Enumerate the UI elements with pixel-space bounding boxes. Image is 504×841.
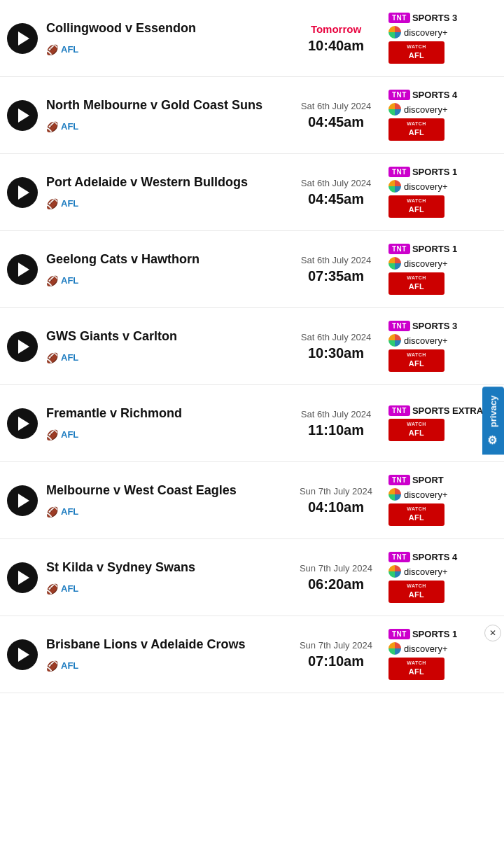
- tnt-sports-label: SPORT: [412, 475, 444, 485]
- play-button[interactable]: [7, 331, 38, 362]
- match-info: Fremantle v Richmond🏈AFL: [46, 405, 284, 440]
- channels-wrapper: TNTSPORTS 4discovery+watchAFL: [388, 552, 497, 602]
- watch-afl-sub-label: watch: [394, 421, 439, 428]
- play-button[interactable]: [7, 639, 38, 670]
- discovery-channel: discovery+: [388, 180, 448, 193]
- tnt-sports-label: SPORTS 3: [412, 321, 457, 331]
- league-label: AFL: [61, 506, 78, 517]
- channels-wrapper: TNTSPORTS 3discovery+watchAFL: [388, 321, 497, 371]
- play-button[interactable]: [7, 254, 38, 285]
- watch-afl-sub-label: watch: [394, 120, 439, 127]
- discovery-channel: discovery+: [388, 334, 448, 347]
- tnt-sports-label: SPORTS 1: [412, 629, 457, 639]
- tnt-logo: TNT: [388, 90, 410, 100]
- tnt-channel: TNTSPORTS EXTRA: [388, 405, 483, 416]
- match-title: Fremantle v Richmond: [46, 405, 284, 422]
- tnt-channel: TNTSPORTS 1: [388, 629, 457, 639]
- play-button[interactable]: [7, 485, 38, 516]
- tnt-channel: TNTSPORT: [388, 475, 444, 485]
- match-row: Collingwood v Essendon🏈AFLTomorrow10:40a…: [0, 0, 504, 77]
- league-label: AFL: [61, 121, 78, 132]
- watch-afl-button[interactable]: watchAFL: [388, 419, 444, 440]
- discovery-label: discovery+: [404, 644, 448, 654]
- channels-wrapper: TNTSPORTS 1discovery+watchAFL: [388, 167, 497, 217]
- tnt-channel: TNTSPORTS 4: [388, 552, 457, 562]
- league-badge: 🏈AFL: [46, 429, 78, 440]
- discovery-logo: [388, 334, 401, 347]
- channels-col: TNTSPORTdiscovery+watchAFL: [388, 475, 497, 525]
- tnt-channel: TNTSPORTS 4: [388, 90, 457, 100]
- tnt-logo: TNT: [388, 629, 410, 639]
- tnt-sports-label: SPORTS 4: [412, 90, 457, 100]
- privacy-tab[interactable]: ⚙ privacy: [482, 387, 504, 454]
- football-icon: 🏈: [46, 429, 58, 440]
- match-row: Brisbane Lions v Adelaide Crows🏈AFLSun 7…: [0, 616, 504, 693]
- watch-afl-button[interactable]: watchAFL: [388, 658, 444, 679]
- match-title: GWS Giants v Carlton: [46, 328, 284, 345]
- play-button[interactable]: [7, 562, 38, 593]
- watch-afl-button[interactable]: watchAFL: [388, 349, 444, 371]
- match-time-col: Sat 6th July 202411:10am: [290, 409, 382, 438]
- football-icon: 🏈: [46, 506, 58, 517]
- channels-col: TNTSPORTS 4discovery+watchAFL: [388, 552, 497, 602]
- match-info: North Melbourne v Gold Coast Suns🏈AFL: [46, 97, 284, 132]
- discovery-channel: discovery+: [388, 565, 448, 578]
- match-date: Sun 7th July 2024: [290, 486, 382, 496]
- discovery-label: discovery+: [404, 104, 448, 115]
- discovery-label: discovery+: [404, 567, 448, 577]
- channels-wrapper: TNTSPORTS EXTRAwatchAFL: [388, 405, 497, 440]
- watch-afl-button[interactable]: watchAFL: [388, 581, 444, 602]
- play-button[interactable]: [7, 100, 38, 131]
- match-time: 04:45am: [290, 191, 382, 207]
- match-time-col: Sun 7th July 202406:20am: [290, 563, 382, 592]
- close-icon[interactable]: ✕: [484, 625, 501, 641]
- watch-afl-main-label: AFL: [394, 359, 439, 369]
- discovery-channel: discovery+: [388, 488, 448, 501]
- match-row: Fremantle v Richmond🏈AFLSat 6th July 202…: [0, 385, 504, 462]
- football-icon: 🏈: [46, 352, 58, 363]
- league-label: AFL: [61, 583, 78, 594]
- tnt-sports-label: SPORTS 1: [412, 244, 457, 254]
- match-time: 04:10am: [290, 499, 382, 515]
- discovery-logo: [388, 642, 401, 655]
- match-row: North Melbourne v Gold Coast Suns🏈AFLSat…: [0, 77, 504, 154]
- match-date: Sun 7th July 2024: [290, 640, 382, 651]
- watch-afl-button[interactable]: watchAFL: [388, 41, 444, 63]
- match-date: Sat 6th July 2024: [290, 178, 382, 188]
- match-row: Melbourne v West Coast Eagles🏈AFLSun 7th…: [0, 462, 504, 539]
- match-date: Sat 6th July 2024: [290, 101, 382, 111]
- league-label: AFL: [61, 44, 78, 55]
- watch-afl-button[interactable]: watchAFL: [388, 503, 444, 525]
- football-icon: 🏈: [46, 275, 58, 286]
- discovery-channel: discovery+: [388, 26, 448, 39]
- match-title: Brisbane Lions v Adelaide Crows: [46, 637, 284, 653]
- football-icon: 🏈: [46, 583, 58, 595]
- tnt-logo: TNT: [388, 244, 410, 254]
- league-badge: 🏈AFL: [46, 121, 78, 132]
- watch-afl-button[interactable]: watchAFL: [388, 195, 444, 217]
- watch-afl-button[interactable]: watchAFL: [388, 272, 444, 294]
- league-badge: 🏈AFL: [46, 198, 78, 209]
- channels-col: TNTSPORTS 3discovery+watchAFL: [388, 321, 497, 371]
- match-time: 07:10am: [290, 653, 382, 669]
- football-icon: 🏈: [46, 660, 58, 672]
- play-button[interactable]: [7, 23, 38, 54]
- watch-afl-sub-label: watch: [394, 660, 439, 667]
- watch-afl-button[interactable]: watchAFL: [388, 118, 444, 140]
- watch-afl-sub-label: watch: [394, 43, 439, 50]
- discovery-label: discovery+: [404, 27, 448, 38]
- tnt-channel: TNTSPORTS 3: [388, 13, 457, 23]
- match-time: 10:40am: [290, 38, 382, 54]
- channels-wrapper: TNTSPORTS 3discovery+watchAFL: [388, 13, 497, 63]
- play-button[interactable]: [7, 177, 38, 208]
- match-info: Brisbane Lions v Adelaide Crows🏈AFL: [46, 637, 284, 672]
- privacy-label: privacy: [488, 395, 498, 427]
- match-row: GWS Giants v Carlton🏈AFLSat 6th July 202…: [0, 308, 504, 385]
- tnt-channel: TNTSPORTS 3: [388, 321, 457, 331]
- match-time-col: Sat 6th July 202407:35am: [290, 255, 382, 284]
- play-button[interactable]: [7, 408, 38, 439]
- channels-wrapper: TNTSPORTdiscovery+watchAFL: [388, 475, 497, 525]
- tnt-channel: TNTSPORTS 1: [388, 244, 457, 254]
- match-date: Sun 7th July 2024: [290, 563, 382, 574]
- match-row: St Kilda v Sydney Swans🏈AFLSun 7th July …: [0, 539, 504, 616]
